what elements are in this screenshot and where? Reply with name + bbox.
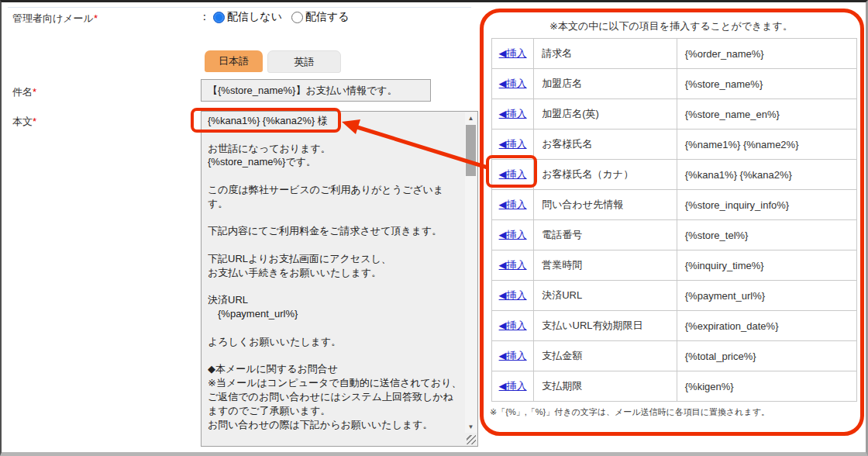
radio-unselected-icon[interactable] — [291, 12, 303, 23]
subject-label-text: 件名 — [12, 86, 33, 98]
subject-input[interactable]: 【{%store_name%}】お支払い情報です。 — [201, 79, 431, 102]
field-name: 決済URL — [534, 281, 677, 311]
field-name: 支払金額 — [534, 341, 677, 371]
field-variable: {%payment_url%} — [677, 281, 856, 311]
body-textarea-content: {%kana1%} {%kana2%} 様 お世話になっております。 {%sto… — [208, 114, 462, 446]
required-asterisk: * — [33, 116, 36, 127]
scrollbar[interactable]: ▲ ▼ — [465, 112, 477, 433]
field-variable: {%order_name%} — [677, 39, 856, 69]
table-row: ◀挿入 支払いURL有効期限日 {%expiration_date%} — [492, 311, 857, 341]
field-name: 請求名 — [534, 39, 677, 69]
table-row: ◀挿入 決済URL {%payment_url%} — [492, 281, 857, 311]
field-variable: {%store_name_en%} — [677, 99, 856, 130]
insert-link[interactable]: ◀挿入 — [499, 289, 527, 301]
insert-link[interactable]: ◀挿入 — [499, 259, 527, 271]
field-name: 加盟店名 — [534, 69, 677, 99]
insert-link[interactable]: ◀挿入 — [499, 138, 527, 150]
field-name: 営業時間 — [534, 250, 677, 281]
insert-link[interactable]: ◀挿入 — [499, 78, 527, 89]
insert-link[interactable]: ◀挿入 — [499, 229, 527, 240]
insert-link[interactable]: ◀挿入 — [499, 380, 527, 392]
field-name: お客様氏名（カナ） — [534, 160, 677, 190]
mail-settings-window: 管理者向けメール* ： 配信しない 配信する 日本語 英語 件名* 【{%sto… — [0, 0, 868, 456]
required-asterisk: * — [94, 12, 98, 24]
insert-link[interactable]: ◀挿入 — [499, 350, 527, 361]
table-row: ◀挿入 お客様氏名 {%name1%} {%name2%} — [492, 130, 857, 160]
panel-header-note: ※本文の中に以下の項目を挿入することができます。 — [488, 19, 854, 33]
field-name: お客様氏名 — [534, 130, 677, 160]
tab-english[interactable]: 英語 — [267, 50, 341, 73]
table-row: ◀挿入 電話番号 {%store_tel%} — [492, 220, 857, 250]
field-name: 支払期限 — [534, 371, 677, 402]
radio-option-delivery[interactable]: 配信する — [291, 10, 350, 24]
scrollbar-thumb[interactable] — [466, 125, 476, 176]
admin-mail-label-text: 管理者向けメール — [12, 12, 94, 24]
variable-table: ◀挿入 請求名 {%order_name%} ◀挿入 加盟店名 {%store_… — [491, 38, 857, 402]
table-row-kana: ◀挿入 お客様氏名（カナ） {%kana1%} {%kana2%} — [492, 160, 857, 190]
field-name: 加盟店名(英) — [534, 99, 677, 130]
body-label-text: 本文 — [12, 116, 33, 127]
body-textarea[interactable]: {%kana1%} {%kana2%} 様 お世話になっております。 {%sto… — [201, 111, 478, 447]
field-variable: {%total_price%} — [677, 341, 856, 371]
table-row: ◀挿入 問い合わせ先情報 {%store_inquiry_info%} — [492, 190, 857, 220]
field-variable: {%name1%} {%name2%} — [677, 130, 856, 160]
insert-link[interactable]: ◀挿入 — [499, 320, 527, 331]
field-variable: {%store_inquiry_info%} — [677, 190, 856, 220]
insert-link[interactable]: ◀挿入 — [499, 108, 527, 119]
table-row: ◀挿入 支払期限 {%kigen%} — [492, 371, 857, 402]
insert-link-kana[interactable]: ◀挿入 — [499, 168, 527, 180]
divider — [8, 7, 471, 8]
radio-option-no-delivery[interactable]: 配信しない — [213, 10, 282, 24]
field-variable: {%store_tel%} — [677, 220, 856, 250]
insert-link[interactable]: ◀挿入 — [499, 47, 527, 59]
table-row: ◀挿入 加盟店名 {%store_name%} — [492, 69, 857, 99]
table-row: ◀挿入 営業時間 {%inquiry_time%} — [492, 250, 857, 281]
panel-footer-note: ※「{%」,「%}」付きの文字は、メール送信時に各項目に置換されます。 — [490, 406, 770, 418]
label-colon: ： — [199, 10, 210, 24]
scroll-down-icon[interactable]: ▼ — [465, 421, 477, 433]
field-variable: {%kana1%} {%kana2%} — [677, 160, 856, 190]
required-asterisk: * — [33, 86, 36, 98]
field-name: 電話番号 — [534, 220, 677, 250]
table-row: ◀挿入 加盟店名(英) {%store_name_en%} — [492, 99, 857, 130]
table-row: ◀挿入 請求名 {%order_name%} — [492, 39, 857, 69]
radio-selected-icon[interactable] — [213, 12, 225, 23]
field-variable: {%inquiry_time%} — [677, 250, 856, 281]
resize-grip-icon[interactable] — [467, 435, 476, 444]
table-row: ◀挿入 支払金額 {%total_price%} — [492, 341, 857, 371]
field-variable: {%kigen%} — [677, 371, 856, 402]
field-variable: {%store_name%} — [677, 69, 856, 99]
delivery-radio-group: ： 配信しない 配信する — [199, 10, 356, 24]
tab-japanese[interactable]: 日本語 — [205, 50, 263, 72]
insert-link[interactable]: ◀挿入 — [499, 199, 527, 210]
scroll-up-icon[interactable]: ▲ — [465, 112, 477, 124]
field-name: 支払いURL有効期限日 — [534, 311, 677, 341]
admin-mail-label: 管理者向けメール* — [12, 12, 98, 26]
body-label: 本文* — [12, 115, 36, 129]
radio-yes-label: 配信する — [305, 10, 350, 24]
field-name: 問い合わせ先情報 — [534, 190, 677, 220]
subject-label: 件名* — [12, 85, 36, 99]
field-variable: {%expiration_date%} — [677, 311, 856, 341]
radio-no-label: 配信しない — [227, 10, 282, 24]
